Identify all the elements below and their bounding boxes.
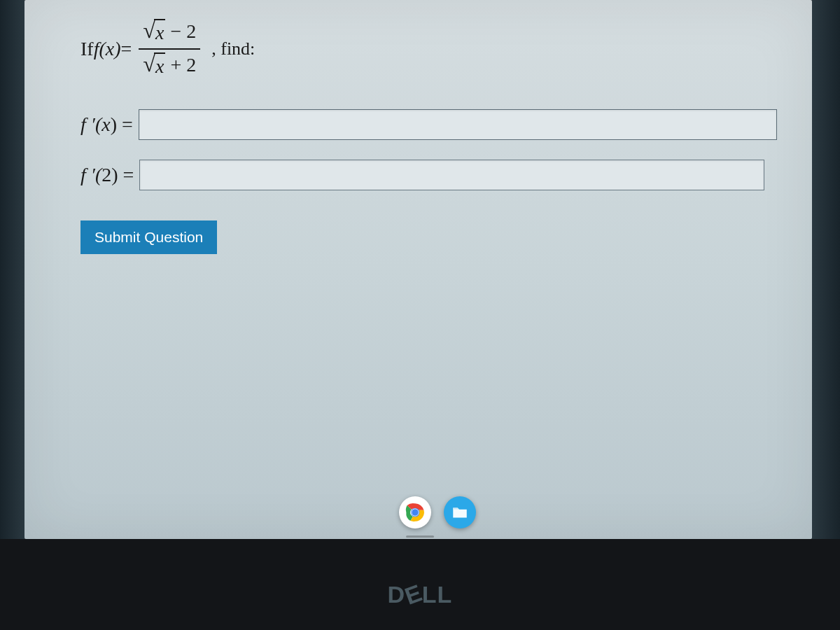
- answer-input-fprime-2[interactable]: [139, 160, 764, 190]
- sqrt-numerator: √ x: [143, 19, 165, 46]
- logo-ll: LL: [422, 581, 453, 608]
- sqrt-var: x: [154, 19, 165, 46]
- denominator-op: + 2: [170, 54, 196, 76]
- numerator-op: − 2: [170, 20, 196, 42]
- label-prefix: f ′(: [80, 164, 102, 186]
- question-fx: f(x): [94, 38, 121, 60]
- screen-left-bezel: [0, 0, 24, 539]
- label-prefix: f ′(: [80, 113, 102, 135]
- answer-row-fprime-x: f ′(x) =: [80, 109, 777, 140]
- fraction-bar: [139, 48, 200, 50]
- chrome-icon[interactable]: [399, 496, 431, 528]
- label-arg: 2: [102, 164, 111, 186]
- dell-logo: DELL: [388, 581, 453, 608]
- question-equals: =: [121, 38, 132, 60]
- question-fraction: √ x − 2 √ x + 2: [139, 18, 200, 81]
- screen-right-bezel: [812, 0, 840, 539]
- taskbar-icons: [399, 496, 476, 528]
- sqrt-var: x: [154, 52, 165, 79]
- answer-input-fprime-x[interactable]: [139, 109, 777, 140]
- label-suffix: ) =: [111, 113, 133, 135]
- question-if: If: [80, 38, 94, 60]
- fraction-numerator: √ x − 2: [139, 18, 200, 47]
- folder-svg: [451, 503, 469, 522]
- fraction-denominator: √ x + 2: [139, 51, 200, 80]
- submit-question-button[interactable]: Submit Question: [80, 220, 217, 254]
- question-find: , find:: [211, 38, 255, 59]
- chrome-svg: [402, 499, 428, 526]
- label-arg: x: [102, 113, 110, 135]
- svg-point-2: [412, 509, 419, 516]
- screen-bottom-bezel: DELL: [0, 539, 840, 630]
- question-text: If f(x) = √ x − 2 √ x + 2 , find:: [80, 18, 777, 81]
- label-suffix: ) =: [111, 164, 134, 186]
- answer-label-fprime-x: f ′(x) =: [80, 113, 133, 136]
- sqrt-denominator: √ x: [143, 52, 165, 79]
- content-area: If f(x) = √ x − 2 √ x + 2 , find:: [24, 0, 812, 539]
- taskbar-handle: [406, 536, 434, 538]
- answer-label-fprime-2: f ′(2) =: [80, 164, 134, 186]
- files-icon[interactable]: [444, 496, 476, 528]
- answer-row-fprime-2: f ′(2) =: [80, 160, 777, 190]
